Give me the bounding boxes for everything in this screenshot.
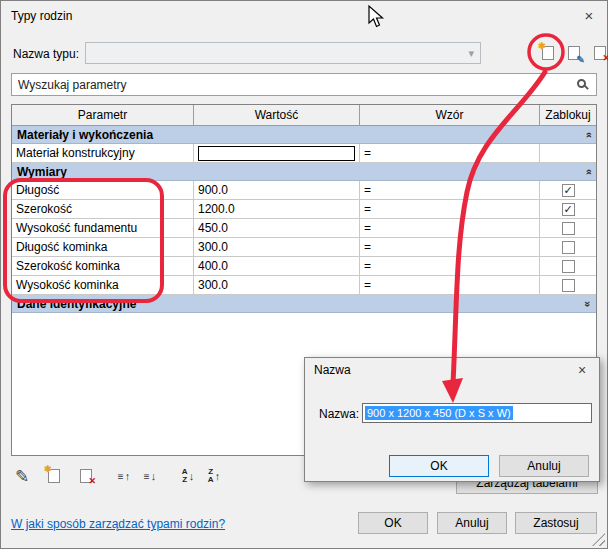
param-name-cell: Szerokość	[12, 200, 194, 219]
formula-cell[interactable]: =	[360, 219, 540, 238]
move-down-button[interactable]: ≡↓	[137, 463, 163, 489]
section-header-row[interactable]: Wymiary»	[12, 163, 596, 181]
dialog-title: Typy rodzin	[11, 9, 72, 23]
param-value-cell[interactable]: 300.0	[194, 276, 360, 295]
delete-type-icon: ✕	[594, 46, 606, 60]
star-icon: ✱	[538, 42, 546, 51]
pencil-icon: ✎	[577, 55, 585, 64]
sort-ascending-button[interactable]: AZ ↓	[175, 463, 201, 489]
col-header-zablokuj[interactable]: Zablokuj	[540, 105, 596, 126]
lock-checkbox[interactable]	[562, 222, 575, 235]
ok-button[interactable]: OK	[358, 512, 428, 534]
lock-checkbox[interactable]: ✓	[562, 184, 575, 197]
param-value-cell[interactable]: 300.0	[194, 238, 360, 257]
section-header-row[interactable]: Materiały i wykończenia»	[12, 126, 596, 144]
move-up-icon: ≡↑	[118, 470, 130, 482]
section-title: Dane identyfikacyjne	[17, 297, 136, 311]
star-icon: ✱	[44, 465, 52, 474]
rename-type-button[interactable]: ✎	[563, 42, 585, 64]
formula-cell[interactable]: =	[360, 276, 540, 295]
name-field-label: Nazwa:	[319, 407, 359, 421]
name-input[interactable]: 900 x 1200 x 450 (D x S x W)	[362, 403, 592, 423]
table-row: Materiał konstrukcyjny=	[12, 144, 596, 163]
search-placeholder: Wyszukaj parametry	[12, 78, 127, 92]
formula-cell[interactable]: =	[360, 200, 540, 219]
new-parameter-icon: ✱	[48, 469, 60, 483]
apply-button[interactable]: Zastosuj	[515, 512, 597, 534]
param-table-body: Materiały i wykończenia»Materiał konstru…	[12, 126, 596, 313]
param-table-header: Parametr Wartość Wzór Zablokuj	[12, 105, 596, 126]
table-row: Szerokość kominka400.0=	[12, 257, 596, 276]
lock-cell[interactable]: ✓	[540, 181, 596, 200]
sort-ascending-icon: AZ ↓	[182, 468, 194, 484]
resize-grip[interactable]	[592, 533, 605, 546]
lock-cell[interactable]	[540, 219, 596, 238]
formula-cell[interactable]: =	[360, 144, 540, 163]
param-name-cell: Wysokość kominka	[12, 276, 194, 295]
rename-type-icon: ✎	[568, 46, 580, 60]
chevron-up-icon[interactable]: »	[583, 131, 593, 137]
param-name-cell: Długość	[12, 181, 194, 200]
param-name-cell: Długość kominka	[12, 238, 194, 257]
lock-cell[interactable]	[540, 276, 596, 295]
table-row: Długość kominka300.0=	[12, 238, 596, 257]
col-header-wzor[interactable]: Wzór	[360, 105, 540, 126]
edit-parameter-button[interactable]: ✎	[9, 463, 35, 489]
section-title: Materiały i wykończenia	[17, 128, 153, 142]
section-title: Wymiary	[17, 165, 67, 179]
close-icon[interactable]: ×	[565, 358, 599, 381]
formula-cell[interactable]: =	[360, 238, 540, 257]
cancel-button[interactable]: Anuluj	[437, 512, 507, 534]
section-header-row[interactable]: Dane identyfikacyjne»	[12, 295, 596, 313]
type-name-combo[interactable]: ▾	[85, 42, 481, 64]
name-cancel-button[interactable]: Anuluj	[499, 455, 589, 477]
chevron-down-icon: ▾	[468, 47, 474, 60]
pencil-icon: ✎	[15, 466, 29, 487]
table-row: Wysokość kominka300.0=	[12, 276, 596, 295]
name-input-value: 900 x 1200 x 450 (D x S x W)	[365, 406, 513, 420]
param-name-cell: Wysokość fundamentu	[12, 219, 194, 238]
param-value-cell[interactable]: 900.0	[194, 181, 360, 200]
chevron-down-icon[interactable]: »	[583, 300, 593, 306]
new-parameter-button[interactable]: ✱	[41, 463, 67, 489]
lock-cell[interactable]	[540, 144, 596, 163]
param-value-cell[interactable]: 400.0	[194, 257, 360, 276]
lock-cell[interactable]	[540, 238, 596, 257]
new-type-icon: ✱	[542, 46, 554, 60]
table-row: Wysokość fundamentu450.0=	[12, 219, 596, 238]
lock-cell[interactable]: ✓	[540, 200, 596, 219]
help-link[interactable]: W jaki sposób zarządzać typami rodzin?	[11, 517, 225, 531]
sort-descending-button[interactable]: ZA ↑	[201, 463, 227, 489]
delete-parameter-button[interactable]: ✕	[73, 463, 99, 489]
param-name-cell: Szerokość kominka	[12, 257, 194, 276]
move-up-button[interactable]: ≡↑	[111, 463, 137, 489]
lock-cell[interactable]	[540, 257, 596, 276]
chevron-up-icon[interactable]: »	[583, 168, 593, 174]
lock-checkbox[interactable]	[562, 279, 575, 292]
col-header-parametr[interactable]: Parametr	[12, 105, 194, 126]
name-ok-button[interactable]: OK	[389, 455, 489, 477]
param-value-cell[interactable]	[194, 144, 360, 163]
value-editor-input[interactable]	[198, 146, 355, 161]
lock-checkbox[interactable]: ✓	[562, 203, 575, 216]
formula-cell[interactable]: =	[360, 181, 540, 200]
search-input[interactable]: Wyszukaj parametry	[11, 73, 597, 96]
delete-type-button[interactable]: ✕	[589, 42, 608, 64]
param-name-cell: Materiał konstrukcyjny	[12, 144, 194, 163]
table-row: Szerokość1200.0=✓	[12, 200, 596, 219]
lock-checkbox[interactable]	[562, 241, 575, 254]
cross-icon: ✕	[602, 54, 608, 63]
parameter-toolbar: ✎ ✱ ✕ ≡↑ ≡↓ AZ ↓ ZA ↑	[9, 463, 227, 489]
name-dialog: Nazwa × Nazwa: 900 x 1200 x 450 (D x S x…	[304, 357, 600, 482]
param-value-cell[interactable]: 450.0	[194, 219, 360, 238]
col-header-wartosc[interactable]: Wartość	[194, 105, 360, 126]
formula-cell[interactable]: =	[360, 257, 540, 276]
name-dialog-titlebar[interactable]: Nazwa	[305, 358, 599, 382]
search-icon	[577, 79, 586, 88]
lock-checkbox[interactable]	[562, 260, 575, 273]
move-down-icon: ≡↓	[144, 470, 156, 482]
dialog-titlebar[interactable]: Typy rodzin	[1, 1, 607, 31]
close-icon[interactable]: ×	[571, 1, 607, 29]
param-value-cell[interactable]: 1200.0	[194, 200, 360, 219]
new-type-button[interactable]: ✱	[537, 42, 559, 64]
